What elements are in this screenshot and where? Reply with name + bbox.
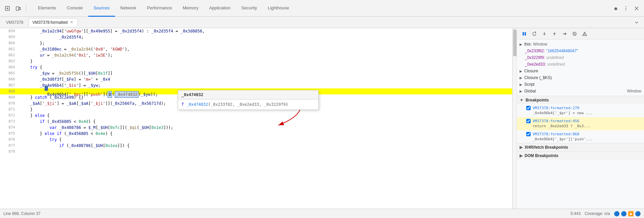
tab-lighthouse[interactable]: Lighthouse — [262, 0, 294, 17]
dom-breakpoints-section: ▶ DOM Breakpoints — [517, 151, 644, 160]
scope-item-3[interactable]: _0xe2ed33: undefined — [517, 61, 644, 68]
svg-point-3 — [626, 6, 626, 7]
close-devtools-btn[interactable] — [632, 4, 641, 13]
code-line-877: 877 if (_0x408786[_$UH[0x1ea]]) { — [0, 143, 512, 149]
breakpoint-item-2[interactable]: VM37378:formatted:456 return _0xe2ed33 ?… — [517, 117, 644, 130]
code-line-878: 878 — [0, 149, 512, 155]
tab-performance[interactable]: Performance — [142, 0, 177, 17]
svg-point-5 — [626, 9, 626, 10]
breakpoint-checkbox-1[interactable] — [526, 106, 531, 110]
step-out-btn[interactable] — [550, 29, 559, 39]
code-line-858: 858 _0x1a2c94['uwGfqw'][_0x49e955] = _0x… — [0, 28, 512, 34]
tab-network[interactable]: Network — [115, 0, 142, 17]
step-into-btn[interactable] — [540, 29, 549, 39]
svg-point-4 — [626, 8, 626, 8]
svg-rect-1 — [16, 7, 19, 10]
tab-console[interactable]: Console — [61, 0, 88, 17]
code-line-859: 859 _0x2d35f4; — [0, 34, 512, 40]
status-bar: Line 868, Column 37 5:443 Coverage: n/a … — [0, 209, 644, 218]
sources-tab-vm37378-formatted[interactable]: VM37378:formatted ✕ — [29, 18, 77, 26]
right-panel: ▶ this: Window _0x233f82: "1662544848047… — [517, 28, 644, 209]
code-line-873: 873 if (_0x456805 < 0x4d) { — [0, 119, 512, 125]
tab-memory[interactable]: Memory — [177, 0, 204, 17]
toolbar-separator-1 — [26, 4, 26, 12]
code-lines: 858 _0x1a2c94['uwGfqw'][_0x49e955] = _0x… — [0, 28, 512, 209]
debug-controls — [517, 28, 644, 40]
code-line-861: 861 _0x3180ec = _0x1a2c94('0x0', 'kGWD')… — [0, 46, 512, 52]
tab-security[interactable]: Security — [236, 0, 262, 17]
sources-toolbar-arrow-btn[interactable] — [632, 18, 641, 27]
tooltip-fn: f _0x474032(_0x233f82, _0xe2ed33, _0x322… — [178, 99, 318, 110]
scope-global[interactable]: ▶ Global Window — [517, 88, 644, 94]
svg-rect-2 — [19, 7, 20, 10]
sources-toolbar: VM37378 VM37378:formatted ✕ — [0, 17, 644, 28]
tab-sources[interactable]: Sources — [88, 0, 115, 17]
sources-tab-formatted-label: VM37378:formatted — [32, 20, 67, 25]
step-over-btn[interactable] — [530, 29, 539, 39]
status-right: 5:443 Coverage: n/a 🔵 🔵 🔼 🔵 — [571, 211, 641, 216]
main-area: 858 _0x1a2c94['uwGfqw'][_0x49e955] = _0x… — [0, 28, 644, 209]
code-panel[interactable]: 858 _0x1a2c94['uwGfqw'][_0x49e955] = _0x… — [0, 28, 513, 209]
code-line-863: 863 } — [0, 58, 512, 64]
code-line-875: 875 } else if (_0x456805 < 0x4e) { — [0, 131, 512, 137]
tooltip-header: _0x474032 — [178, 90, 318, 99]
tab-elements[interactable]: Elements — [33, 0, 61, 17]
code-line-860: 860 }; — [0, 40, 512, 46]
code-line-874: 874 var _0x408786 = $_M[_$UH[0xfc]](_$qi… — [0, 125, 512, 131]
step-btn[interactable] — [560, 29, 569, 39]
scope-section: ▶ this: Window _0x233f82: "1662544848047… — [517, 40, 644, 96]
sources-tab-vm37378[interactable]: VM37378 — [3, 19, 26, 26]
sources-tab-vm37378-label: VM37378 — [6, 20, 23, 25]
tooltip-popup: _0x474032 f _0x474032(_0x233f82, _0xe2ed… — [178, 90, 319, 110]
device-toolbar-btn[interactable] — [13, 4, 23, 13]
inspect-element-btn[interactable] — [3, 4, 12, 13]
scope-closure-ks[interactable]: ▶ Closure (_$KS) — [517, 74, 644, 81]
toolbar-right — [610, 4, 641, 13]
dom-breakpoints-header[interactable]: ▶ DOM Breakpoints — [517, 152, 644, 160]
status-line-col: Line 868, Column 37 — [3, 211, 41, 216]
xhr-breakpoints-header[interactable]: ▶ XHR/fetch Breakpoints — [517, 143, 644, 151]
code-line-864: 864 try { — [0, 64, 512, 70]
scope-item-2[interactable]: _0x3229f9: undefined — [517, 54, 644, 61]
breakpoint-item-1[interactable]: VM37378:formatted:270 _0x4e96b4['_$pr'] … — [517, 104, 644, 117]
scope-script[interactable]: ▶ Script — [517, 81, 644, 88]
status-coverage-label: Coverage: n/a — [585, 211, 610, 216]
code-line-865: 865 _$yw = _0x2d5f5b()[_$UH[0x1f]] — [0, 70, 512, 76]
breakpoints-section: ▼ Breakpoints VM37378:formatted:270 _0x4… — [517, 96, 644, 143]
toolbar-icons-left — [3, 4, 29, 13]
deactivate-btn[interactable] — [570, 29, 579, 39]
close-tab-formatted-btn[interactable]: ✕ — [69, 20, 74, 25]
devtools-toolbar: Elements Console Sources Network Perform… — [0, 0, 644, 17]
breakpoint-checkbox-3[interactable] — [526, 132, 531, 136]
scrollbar-area[interactable] — [513, 28, 517, 209]
main-tabs-nav: Elements Console Sources Network Perform… — [33, 0, 610, 17]
more-options-btn[interactable] — [621, 4, 631, 13]
scope-this[interactable]: ▶ this: Window — [517, 41, 644, 48]
code-line-862: 862 ur = _0x1a2c94('0x1', 'iw3E'); — [0, 52, 512, 58]
scope-closure[interactable]: ▶ Closure — [517, 68, 644, 74]
pause-exceptions-btn[interactable] — [580, 29, 589, 39]
breakpoints-header[interactable]: ▼ Breakpoints — [517, 96, 644, 104]
code-line-872: 872 } else { — [0, 113, 512, 119]
status-coverage-num: 5:443 — [571, 211, 581, 216]
pause-btn[interactable] — [520, 29, 529, 39]
settings-btn[interactable] — [610, 4, 620, 13]
breakpoint-item-3[interactable]: VM37378:formatted:868 _0x4e96b4['_$pr'][… — [517, 130, 644, 143]
taskbar-icons: 🔵 🔵 🔼 🔵 — [614, 211, 641, 216]
code-line-876: 876 try { — [0, 137, 512, 143]
tab-application[interactable]: Application — [204, 0, 236, 17]
xhr-breakpoints-section: ▶ XHR/fetch Breakpoints — [517, 143, 644, 151]
breakpoint-checkbox-2[interactable] — [526, 119, 531, 123]
scope-item-1[interactable]: _0x233f82: "1662544848047" — [517, 48, 644, 54]
